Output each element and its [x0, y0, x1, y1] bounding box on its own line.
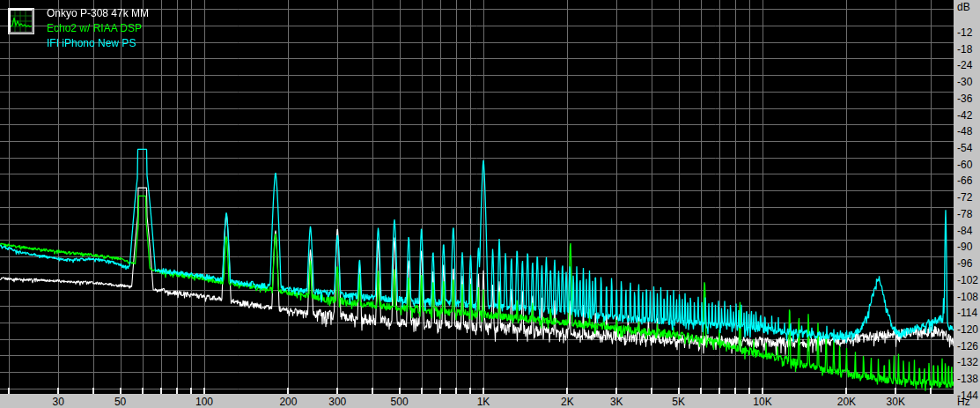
freq-axis-tick-label: 3K: [610, 397, 623, 407]
legend-rows: Onkyo P-308 47k MM Echo2 w/ RIAA DSP IFI…: [47, 7, 149, 52]
db-axis-tick-label: -90: [957, 241, 972, 252]
freq-axis-tick-label: 300: [328, 397, 346, 407]
db-axis-tick-label: -102: [957, 275, 978, 286]
legend-item-onkyo: Onkyo P-308 47k MM: [47, 7, 149, 22]
db-axis-tick-label: -72: [957, 192, 972, 203]
db-axis-tick-label: -108: [957, 292, 978, 302]
freq-axis-tick-label: 2K: [561, 397, 574, 407]
db-axis-tick-label: -132: [957, 357, 978, 367]
db-axis-tick-label: -138: [957, 374, 978, 384]
freq-axis-tick-label: 30: [53, 397, 64, 407]
freq-axis-tick-label: 50: [114, 397, 126, 407]
db-axis-tick-label: -18: [957, 44, 972, 55]
db-axis-tick-label: -30: [957, 77, 972, 87]
db-axis-unit-label: dB: [957, 2, 970, 12]
freq-axis-tick-label: 20K: [837, 397, 856, 407]
freq-axis-tick-label: 10K: [753, 397, 771, 407]
legend-item-ifi-iphono: IFI iPhono New PS: [47, 37, 149, 52]
freq-axis-tick-label: 100: [195, 397, 213, 407]
db-axis-tick-label: -96: [957, 258, 972, 269]
db-axis-tick-label: -12: [957, 27, 972, 38]
freq-axis-tick-label: 200: [279, 397, 297, 407]
spectrum-plot-canvas: [0, 0, 954, 394]
db-axis-tick-label: -48: [957, 126, 972, 137]
freq-axis-tick-label: 1K: [477, 397, 490, 407]
mini-spectrum-glyph: [11, 11, 32, 32]
db-axis-tick-label: -120: [957, 324, 978, 335]
spectrum-analyzer-window: dB -12-18-24-30-36-42-48-54-60-66-72-78-…: [0, 0, 980, 408]
legend-item-echo2: Echo2 w/ RIAA DSP: [47, 22, 149, 37]
freq-axis-margin: 30501002003005001K2K3K5K10K20K30K: [0, 394, 954, 408]
db-axis-tick-label: -66: [957, 175, 972, 186]
db-axis-tick-label: -42: [957, 110, 972, 121]
freq-axis-tick-label: 5K: [672, 397, 685, 407]
db-axis-tick-label: -36: [957, 93, 972, 104]
db-axis-tick-label: -54: [957, 143, 972, 153]
freq-axis-unit-label: Hz: [957, 397, 970, 407]
freq-axis-tick-label: 30K: [887, 397, 905, 407]
mini-spectrum-button-icon[interactable]: [9, 9, 33, 33]
db-axis-tick-label: -114: [957, 308, 977, 318]
db-axis-tick-label: -84: [957, 226, 972, 236]
db-axis-tick-label: -126: [957, 341, 978, 352]
db-axis-tick-label: -24: [957, 60, 972, 70]
db-axis-margin: dB -12-18-24-30-36-42-48-54-60-66-72-78-…: [954, 0, 980, 408]
freq-axis-tick-label: 500: [391, 397, 409, 407]
db-axis-tick-label: -60: [957, 159, 972, 170]
db-axis-tick-label: -78: [957, 209, 972, 219]
